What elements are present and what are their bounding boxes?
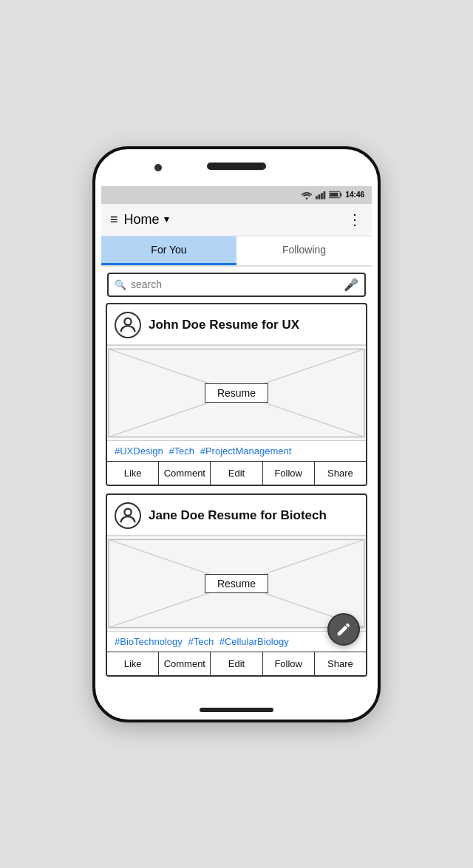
post-2-edit-button[interactable]: Edit (211, 652, 262, 675)
post-1-like-button[interactable]: Like (107, 462, 159, 485)
search-input[interactable] (131, 278, 339, 290)
app-bar: ≡ Home ▼ ⋮ (101, 204, 372, 236)
post-2-tags: #BioTechnology #Tech #CellularBiology (107, 632, 366, 652)
svg-rect-7 (330, 193, 338, 197)
status-time: 14:46 (345, 191, 364, 199)
post-2-comment-button[interactable]: Comment (159, 652, 211, 675)
post-1-action-bar: Like Comment Edit Follow Share (107, 461, 366, 485)
tag-2-3[interactable]: #CellularBiology (220, 636, 289, 647)
post-2-avatar (115, 502, 141, 529)
post-2-share-button[interactable]: Share (315, 652, 366, 675)
svg-point-12 (124, 508, 131, 515)
post-2-image-label: Resume (205, 574, 268, 593)
post-2-action-bar: Like Comment Edit Follow Share (107, 652, 366, 675)
phone-frame: 14:46 ≡ Home ▼ ⋮ For You Following (92, 146, 381, 722)
tab-following[interactable]: Following (236, 236, 372, 265)
post-1-image-label: Resume (205, 383, 268, 403)
app-bar-left: ≡ Home ▼ (110, 212, 171, 228)
svg-rect-1 (316, 196, 318, 199)
post-card-1: John Doe Resume for UX Resume #UXDesign … (106, 303, 367, 486)
search-icon: 🔍 (115, 279, 126, 290)
post-2-header: Jane Doe Resume for Biotech (107, 495, 366, 536)
svg-rect-2 (319, 194, 321, 199)
svg-point-8 (124, 318, 131, 324)
phone-speaker (207, 163, 266, 170)
edit-icon (336, 621, 352, 638)
more-options-icon[interactable]: ⋮ (347, 211, 363, 228)
app-title-text: Home (124, 212, 160, 228)
phone-camera (154, 164, 162, 171)
post-2-image: Resume (107, 536, 366, 632)
status-icons: 14:46 (301, 191, 364, 199)
post-1-share-button[interactable]: Share (315, 462, 366, 485)
signal-icon (316, 191, 326, 199)
svg-rect-3 (321, 193, 323, 199)
tag-1-2[interactable]: #Tech (169, 445, 194, 457)
post-1-tags: #UXDesign #Tech #ProjectManagement (107, 441, 366, 461)
post-card-2: Jane Doe Resume for Biotech Resume #BioT… (106, 493, 367, 677)
post-1-comment-button[interactable]: Comment (159, 462, 211, 485)
post-1-avatar (115, 312, 141, 338)
status-bar: 14:46 (101, 186, 372, 204)
app-title: Home ▼ (124, 212, 171, 228)
mic-icon[interactable]: 🎤 (344, 278, 358, 292)
battery-icon (329, 191, 342, 199)
post-1-title: John Doe Resume for UX (149, 318, 299, 332)
post-1-follow-button[interactable]: Follow (263, 462, 315, 485)
search-bar: 🔍 🎤 (107, 273, 366, 297)
fab-create-post[interactable] (327, 613, 360, 646)
post-1-image: Resume (107, 345, 366, 441)
screen: 14:46 ≡ Home ▼ ⋮ For You Following (101, 186, 372, 697)
dropdown-icon[interactable]: ▼ (163, 214, 171, 225)
tag-1-3[interactable]: #ProjectManagement (200, 445, 292, 457)
tag-1-1[interactable]: #UXDesign (115, 445, 163, 457)
tag-2-2[interactable]: #Tech (188, 636, 214, 647)
svg-rect-6 (341, 193, 342, 196)
tabs-bar: For You Following (101, 236, 372, 267)
tab-for-you[interactable]: For You (101, 236, 236, 265)
svg-point-0 (306, 197, 308, 199)
post-1-header: John Doe Resume for UX (107, 304, 366, 345)
phone-home-bar[interactable] (200, 708, 273, 712)
wifi-icon (301, 191, 313, 199)
tag-2-1[interactable]: #BioTechnology (115, 636, 183, 647)
post-2-title: Jane Doe Resume for Biotech (149, 508, 327, 523)
hamburger-icon[interactable]: ≡ (110, 212, 118, 228)
post-2-follow-button[interactable]: Follow (263, 652, 315, 675)
post-1-edit-button[interactable]: Edit (211, 462, 262, 485)
svg-rect-4 (324, 191, 326, 199)
post-2-like-button[interactable]: Like (107, 652, 159, 675)
